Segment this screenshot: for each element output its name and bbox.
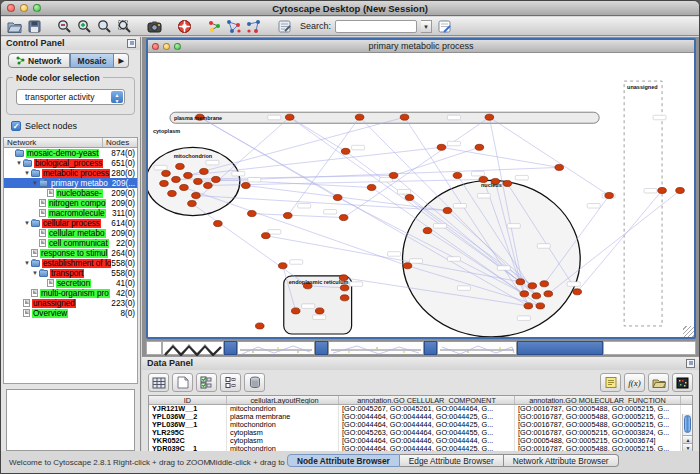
- open-icon[interactable]: [6, 18, 22, 34]
- delete-attribute-icon[interactable]: [244, 373, 265, 392]
- attribute-table-icon[interactable]: [148, 373, 169, 392]
- tree-row[interactable]: ▼establishment of lo558(0): [4, 258, 137, 268]
- minimized-window[interactable]: [437, 341, 517, 355]
- close-icon[interactable]: [152, 43, 159, 50]
- minimized-window-icon[interactable]: [424, 341, 437, 355]
- tab-network-attribute-browser[interactable]: Network Attribute Browser: [504, 454, 619, 467]
- minimized-window-icon[interactable]: [224, 341, 237, 355]
- tab-overflow-arrow-icon[interactable]: ▶: [114, 53, 128, 68]
- tab-mosaic[interactable]: Mosaic: [70, 53, 115, 68]
- formula-builder-icon[interactable]: f(x): [624, 373, 645, 392]
- tree-row[interactable]: nitrogen compo209(0): [4, 198, 137, 208]
- network-window[interactable]: primary metabolic process plasma membran…: [146, 38, 696, 339]
- minimized-window[interactable]: [237, 341, 315, 355]
- network-canvas[interactable]: plasma membranecytoplasmmitochondrionnuc…: [148, 53, 694, 337]
- new-attribute-icon[interactable]: [172, 373, 193, 392]
- vizmapper-icon[interactable]: [206, 18, 222, 34]
- unselect-attributes-icon[interactable]: [220, 373, 241, 392]
- table-row[interactable]: YPL036W__1mitochondrion[GO:0044464, GO:0…: [149, 421, 692, 429]
- window-controls[interactable]: [7, 4, 41, 12]
- disclosure-triangle-icon[interactable]: ▼: [23, 170, 31, 176]
- float-panel-icon[interactable]: [686, 359, 695, 368]
- main-toolbar: Search: ▼: [1, 17, 699, 36]
- disclosure-triangle-icon[interactable]: ▼: [31, 180, 39, 186]
- scroll-down-icon[interactable]: ▼: [683, 443, 692, 451]
- select-attributes-icon[interactable]: [196, 373, 217, 392]
- snapshot-icon[interactable]: [146, 18, 162, 34]
- node-color-dropdown[interactable]: transporter activity ▲▼: [16, 89, 125, 105]
- table-row[interactable]: YPL036W__2plasma membrane[GO:0044464, GO…: [149, 413, 692, 421]
- scroll-up-icon[interactable]: ▲: [683, 435, 692, 443]
- open-attribute-file-icon[interactable]: [648, 373, 669, 392]
- float-panel-icon[interactable]: [127, 39, 136, 48]
- zoom-window-icon[interactable]: [33, 4, 41, 12]
- tree-row[interactable]: mosaic-demo-yeast874(0): [4, 148, 137, 158]
- tree-row[interactable]: ▼cellular process614(0): [4, 218, 137, 228]
- network-window-titlebar[interactable]: primary metabolic process: [148, 40, 694, 53]
- zoom-in-icon[interactable]: [76, 18, 92, 34]
- tree-row[interactable]: macromolecule311(0): [4, 208, 137, 218]
- table-row[interactable]: YKR052Ccytoplasm[GO:0044464, GO:0044446,…: [149, 437, 692, 445]
- select-nodes-checkbox[interactable]: ✓: [11, 121, 21, 131]
- annotation-icon[interactable]: [276, 18, 292, 34]
- tree-row[interactable]: response to stimul264(0): [4, 248, 137, 258]
- disclosure-triangle-icon[interactable]: ▼: [23, 220, 31, 226]
- minimized-view-thumbnail[interactable]: [162, 341, 224, 355]
- tree-row[interactable]: ▼transport558(0): [4, 268, 137, 278]
- minimized-window-icon[interactable]: [315, 341, 328, 355]
- table-row[interactable]: YLR295Ccytoplasm[GO:0045263, GO:0044464,…: [149, 429, 692, 437]
- node-label-box: [398, 189, 411, 194]
- zoom-out-icon[interactable]: [56, 18, 72, 34]
- import-attributes-icon[interactable]: [600, 373, 621, 392]
- tree-row[interactable]: cell communicat22(0): [4, 238, 137, 248]
- minimized-window[interactable]: [328, 341, 424, 355]
- column-header[interactable]: annotation.GO CELLULAR_COMPONENT: [339, 396, 515, 404]
- zoom-window-icon[interactable]: [174, 43, 181, 50]
- column-header[interactable]: ID: [149, 396, 227, 404]
- disclosure-triangle-icon[interactable]: ▼: [31, 270, 39, 276]
- tree-header-network[interactable]: Network: [4, 138, 103, 147]
- tree-row[interactable]: Overview8(0): [4, 308, 137, 318]
- table-row[interactable]: YJR121W__1mitochondrion[GO:0045267, GO:0…: [149, 405, 692, 413]
- tree-row[interactable]: cellular metabo209(0): [4, 228, 137, 238]
- layout-b-icon[interactable]: [246, 18, 262, 34]
- tree-row[interactable]: multi-organism pro42(0): [4, 288, 137, 298]
- zoom-selected-icon[interactable]: [96, 18, 112, 34]
- close-icon[interactable]: [7, 4, 15, 12]
- tree-row[interactable]: nucleobase-209(0): [4, 188, 137, 198]
- tab-node-attribute-browser[interactable]: Node Attribute Browser: [287, 454, 400, 467]
- tab-edge-attribute-browser[interactable]: Edge Attribute Browser: [400, 454, 504, 467]
- attribute-editor-icon[interactable]: [436, 18, 452, 34]
- tree-header-nodes[interactable]: Nodes: [103, 138, 137, 147]
- network-node: [200, 168, 209, 174]
- save-icon[interactable]: [26, 18, 42, 34]
- minimize-icon[interactable]: [163, 43, 170, 50]
- network-node: [339, 215, 348, 221]
- birds-eye-view[interactable]: [6, 389, 135, 451]
- zoom-fit-icon[interactable]: [116, 18, 132, 34]
- search-input[interactable]: [335, 20, 417, 33]
- resize-grip-icon[interactable]: [683, 326, 694, 337]
- tree-row[interactable]: unassigned223(0): [4, 298, 137, 308]
- tree-row[interactable]: ▼primary metabo209(...: [4, 178, 137, 188]
- network-canvas-wrap[interactable]: plasma membranecytoplasmmitochondrionnuc…: [148, 53, 694, 337]
- strip-spacer: [603, 341, 696, 355]
- tree-row[interactable]: secretion41(0): [4, 278, 137, 288]
- network-window-controls[interactable]: [152, 43, 181, 50]
- layout-a-icon[interactable]: [226, 18, 242, 34]
- vertical-scrollbar[interactable]: ▲ ▼: [682, 414, 692, 451]
- column-header[interactable]: _cellularLayoutRegion: [227, 396, 339, 404]
- tree-row[interactable]: ▼biological_process651(0): [4, 158, 137, 168]
- column-header[interactable]: annotation.GO MOLECULAR_FUNCTION: [515, 396, 681, 404]
- minimize-icon[interactable]: [20, 4, 28, 12]
- tree-row-label: multi-organism pro: [40, 289, 110, 298]
- tree-row[interactable]: ▼metabolic process280(0): [4, 168, 137, 178]
- disclosure-triangle-icon[interactable]: ▼: [15, 160, 23, 166]
- search-dropdown-icon[interactable]: ▼: [421, 20, 432, 33]
- help-icon[interactable]: [176, 18, 192, 34]
- minimized-window-titlebar[interactable]: [517, 341, 603, 355]
- disclosure-triangle-icon[interactable]: ▼: [23, 260, 31, 266]
- attribute-matrix-icon[interactable]: [672, 373, 693, 392]
- tab-network[interactable]: Network: [8, 53, 70, 68]
- scrollbar-thumb[interactable]: [684, 415, 691, 433]
